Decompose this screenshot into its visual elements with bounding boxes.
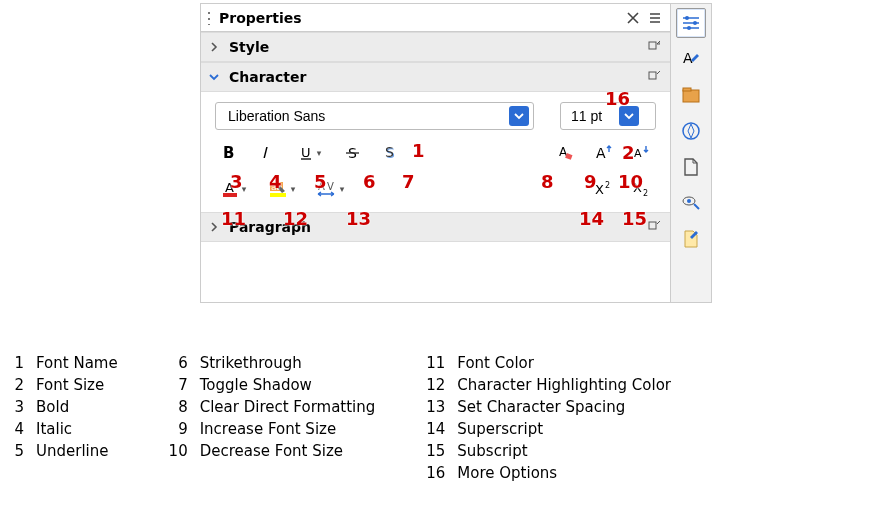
legend-n: 8 — [168, 398, 188, 416]
underline-button[interactable]: U ▾ — [291, 140, 329, 166]
font-size-dropdown-icon[interactable] — [619, 106, 639, 126]
toggle-shadow-button[interactable]: SS — [377, 140, 405, 166]
legend-n: 12 — [425, 376, 445, 394]
svg-text:A: A — [318, 181, 325, 192]
close-icon[interactable] — [624, 9, 642, 27]
svg-point-28 — [687, 26, 691, 30]
font-name-dropdown-icon[interactable] — [509, 106, 529, 126]
grip-icon[interactable] — [207, 11, 213, 25]
spacing-dropdown-icon[interactable]: ▾ — [340, 184, 345, 194]
panel-titlebar: Properties — [201, 4, 670, 32]
svg-text:U: U — [301, 145, 311, 160]
svg-point-26 — [685, 16, 689, 20]
svg-rect-31 — [683, 88, 691, 91]
svg-text:A: A — [225, 180, 234, 195]
subscript-button[interactable]: X2 — [628, 176, 656, 202]
tab-gallery-icon[interactable] — [676, 80, 706, 110]
panel-main: Properties Style Character — [201, 4, 671, 302]
svg-rect-15 — [223, 193, 237, 197]
sidebar-tabs: A — [671, 4, 711, 302]
legend-t: Clear Direct Formatting — [200, 398, 376, 416]
panel-title: Properties — [219, 10, 620, 26]
font-color-button[interactable]: A ▾ — [215, 176, 253, 202]
legend-n: 1 — [4, 354, 24, 372]
section-paragraph[interactable]: Paragraph — [201, 212, 670, 242]
decrease-font-size-button[interactable]: A — [628, 140, 656, 166]
svg-rect-30 — [683, 90, 699, 102]
char-group-left-1: B I U ▾ S SS — [215, 140, 405, 166]
legend-t: Subscript — [457, 442, 527, 460]
legend-n: 7 — [168, 376, 188, 394]
section-paragraph-label: Paragraph — [229, 219, 646, 235]
character-more-options-icon[interactable] — [646, 69, 662, 85]
legend-t: Superscript — [457, 420, 543, 438]
chevron-right-icon — [209, 39, 223, 55]
legend-t: Decrease Font Size — [200, 442, 343, 460]
section-character[interactable]: Character — [201, 62, 670, 92]
character-spacing-button[interactable]: AV ▾ — [311, 176, 349, 202]
legend-t: Toggle Shadow — [200, 376, 312, 394]
chevron-down-icon — [209, 69, 223, 85]
svg-text:2: 2 — [605, 181, 610, 190]
legend-t: Font Name — [36, 354, 118, 372]
svg-rect-0 — [649, 42, 656, 49]
style-more-options-icon[interactable] — [646, 39, 662, 55]
legend-t: Character Highlighting Color — [457, 376, 671, 394]
highlight-dropdown-icon[interactable]: ▾ — [291, 184, 296, 194]
legend-t: Underline — [36, 442, 108, 460]
font-row — [215, 102, 656, 130]
legend-t: Font Size — [36, 376, 104, 394]
svg-point-27 — [693, 21, 697, 25]
legend-n: 13 — [425, 398, 445, 416]
legend-t: Italic — [36, 420, 72, 438]
underline-dropdown-icon[interactable]: ▾ — [317, 148, 322, 158]
svg-text:B: B — [223, 145, 234, 161]
svg-rect-25 — [649, 222, 656, 229]
italic-button[interactable]: I — [253, 140, 281, 166]
legend-n: 15 — [425, 442, 445, 460]
svg-text:A: A — [683, 50, 693, 66]
section-character-label: Character — [229, 69, 646, 85]
menu-icon[interactable] — [646, 9, 664, 27]
char-row-2: A ▾ ab ▾ AV ▾ X2 X2 — [215, 176, 656, 202]
font-name-combo[interactable] — [215, 102, 534, 130]
svg-rect-18 — [270, 193, 286, 197]
increase-font-size-button[interactable]: A — [590, 140, 618, 166]
legend-n: 14 — [425, 420, 445, 438]
tab-style-inspector-icon[interactable] — [676, 188, 706, 218]
paragraph-more-options-icon[interactable] — [646, 219, 662, 235]
properties-panel: Properties Style Character — [200, 3, 712, 303]
legend-n: 11 — [425, 354, 445, 372]
strikethrough-button[interactable]: S — [339, 140, 367, 166]
char-group-left-2: A ▾ ab ▾ AV ▾ — [215, 176, 349, 202]
legend-n: 2 — [4, 376, 24, 394]
superscript-button[interactable]: X2 — [590, 176, 618, 202]
legend-t: Increase Font Size — [200, 420, 336, 438]
section-style-label: Style — [229, 39, 646, 55]
tab-page-icon[interactable] — [676, 152, 706, 182]
tab-manage-changes-icon[interactable] — [676, 224, 706, 254]
font-size-combo[interactable] — [560, 102, 656, 130]
legend-n: 16 — [425, 464, 445, 482]
legend-n: 9 — [168, 420, 188, 438]
font-color-dropdown-icon[interactable]: ▾ — [242, 184, 247, 194]
font-name-input[interactable] — [226, 107, 509, 125]
svg-text:2: 2 — [643, 189, 648, 197]
legend-t: Strikethrough — [200, 354, 302, 372]
tab-styles-icon[interactable]: A — [676, 44, 706, 74]
legend-t: Font Color — [457, 354, 534, 372]
svg-text:X: X — [633, 181, 642, 195]
tab-navigator-icon[interactable] — [676, 116, 706, 146]
bold-button[interactable]: B — [215, 140, 243, 166]
clear-formatting-button[interactable]: A — [552, 140, 580, 166]
legend-n: 6 — [168, 354, 188, 372]
svg-text:S: S — [385, 145, 394, 160]
svg-text:I: I — [262, 145, 268, 161]
tab-properties-icon[interactable] — [676, 8, 706, 38]
highlight-color-button[interactable]: ab ▾ — [263, 176, 301, 202]
legend: 1Font Name 2Font Size 3Bold 4Italic 5Und… — [4, 354, 671, 482]
legend-n: 3 — [4, 398, 24, 416]
char-group-right-1: A A A — [552, 140, 656, 166]
section-style[interactable]: Style — [201, 32, 670, 62]
font-size-input[interactable] — [569, 107, 619, 125]
